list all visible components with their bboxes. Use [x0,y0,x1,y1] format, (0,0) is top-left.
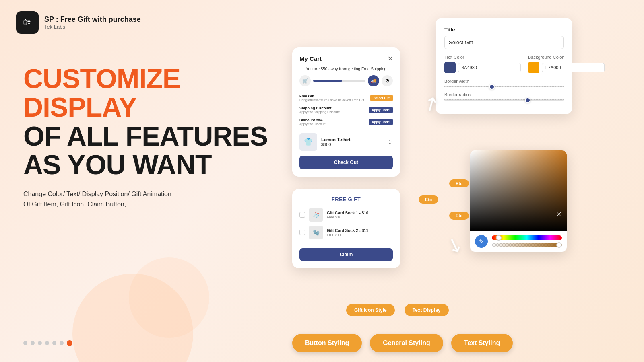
bg-decoration-2 [129,257,209,338]
bg-color-value-input[interactable] [542,63,605,72]
hue-slider[interactable] [492,235,562,240]
headline-line2: OF ALL FEATURES [23,122,281,150]
gift-item-row-1: 🧦 Gift Card Sock 1 - $10 Free $10 [299,208,393,222]
apply-code-button-2[interactable]: Apply Code [369,119,393,125]
app-name: SP : Free Gift with purchase [44,15,141,24]
color-gradient-box[interactable]: ✳ [470,150,567,231]
dot-5[interactable] [52,341,56,345]
cart-item-row: 👕 Lemon T-shirt $600 1↑ [299,133,393,151]
gift-item-price-2: Free $11 [327,233,368,237]
eyedropper-icon: ✎ [479,238,484,245]
dot-4[interactable] [45,341,49,345]
progress-icon-gift: ⚙ [382,75,393,86]
logo-icon: 🛍 [16,11,39,34]
free-gift-title: FREE GIFT [299,196,393,202]
opacity-slider[interactable] [492,243,562,247]
cart-progress-bar: 🛒 🚚 ⚙ [299,75,393,86]
gift-item-image-2: 🧤 [309,226,323,239]
text-color-swatch[interactable] [444,62,456,73]
gift-item-row-2: 🧤 Gift Card Sock 2 - $11 Free $11 [299,226,393,239]
reward-row-3: Discount 20% Apply the Discount Apply Co… [299,116,393,128]
reward-2-sub: Apply the Shipping Discount [299,110,340,114]
dot-2[interactable] [31,341,35,345]
border-radius-thumb[interactable] [525,97,530,103]
text-display-tag[interactable]: Text Display [405,304,449,316]
cart-item-qty: 1↑ [388,140,393,144]
dot-3[interactable] [38,341,42,345]
etc-tag-3: Etc [449,212,469,220]
my-cart-card: My Cart ✕ You are $50 away from getting … [292,47,400,177]
bg-color-swatch[interactable] [528,62,539,73]
title-config-panel: Title Text Color Background Color Border… [436,18,572,114]
text-color-value-input[interactable] [458,63,521,72]
cart-title: My Cart [299,55,322,62]
general-styling-button[interactable]: General Styling [370,334,443,352]
gift-item-details-1: Gift Card Sock 1 - $10 Free $10 [327,211,368,219]
app-company: Tek Labs [44,24,141,30]
reward-1-sub: Congratulations! You have unlocked Free … [299,98,364,102]
color-preview-icon[interactable]: ✎ [475,235,488,248]
reward-1-label: Free Gift [299,94,364,98]
gift-item-name-1: Gift Card Sock 1 - $10 [327,211,368,215]
headline-line1: CUSTOMIZE DISPLAY [23,64,281,122]
border-radius-track[interactable] [444,99,564,101]
claim-button[interactable]: Claim [299,248,393,261]
etc-tag-1: Etc [449,179,469,187]
cart-close-button[interactable]: ✕ [388,55,393,62]
color-row: Text Color Background Color [444,55,564,73]
text-styling-button[interactable]: Text Styling [451,334,513,352]
reward-3-label: Discount 20% [299,118,326,122]
hue-thumb[interactable] [496,235,502,241]
reward-3-sub: Apply the Discount [299,122,326,126]
border-radius-section: Border radius [444,92,564,101]
opacity-thumb[interactable] [556,242,562,248]
etc-tag-2: Etc [419,195,438,204]
reward-row-2: Shipping Discount Apply the Shipping Dis… [299,104,393,116]
reward-row-1: Free Gift Congratulations! You have unlo… [299,92,393,104]
apply-code-button-1[interactable]: Apply Code [369,107,393,113]
checkout-button[interactable]: Check Out [299,156,393,169]
gift-item-price-1: Free $10 [327,215,368,219]
gift-icon-style-tag[interactable]: Gift Icon Style [346,304,395,316]
bg-color-label: Background Color [528,55,605,60]
title-section-label: Title [444,27,564,33]
arrow-decoration-2: ↘ [444,231,466,258]
reward-2-label: Shipping Discount [299,106,340,110]
progress-fill [313,80,342,82]
bg-color-group: Background Color [528,55,605,73]
gift-checkbox-1[interactable] [299,212,305,218]
text-color-input-row [444,62,521,73]
cart-item-details: Lemon T-shirt $600 [321,137,351,147]
color-sliders [492,235,562,247]
progress-icon-cart: 🛒 [299,75,311,86]
gift-item-details-2: Gift Card Sock 2 - $11 Free $11 [327,228,368,237]
gift-item-image-1: 🧦 [309,208,323,222]
bottom-feature-buttons: Button Styling General Styling Text Styl… [292,334,513,352]
headline-line3: AS YOU WANT [23,150,281,179]
dot-1[interactable] [23,341,27,345]
cart-item-name: Lemon T-shirt [321,137,351,142]
progress-icon-truck: 🚚 [368,75,379,86]
text-color-group: Text Color [444,55,521,73]
logo-text: SP : Free Gift with purchase Tek Labs [44,15,141,30]
border-width-track[interactable] [444,86,564,87]
title-text-input[interactable] [444,36,564,49]
cart-progress-text: You are $50 away from getting Free Shipp… [299,66,393,72]
cart-item-image: 👕 [299,133,317,151]
select-gift-button[interactable]: Select Gift [370,95,393,101]
dot-7-active[interactable] [67,340,72,346]
gift-item-name-2: Gift Card Sock 2 - $11 [327,228,368,233]
gift-checkbox-2[interactable] [299,230,305,235]
border-radius-label: Border radius [444,92,564,97]
dot-6[interactable] [60,341,64,345]
hero-content: CUSTOMIZE DISPLAY OF ALL FEATURES AS YOU… [23,64,281,210]
color-picker-panel: ✳ ✎ [470,150,567,252]
hero-subtext: Change Color/ Text/ Display Position/ Gi… [23,189,281,210]
border-width-thumb[interactable] [489,84,495,90]
text-color-label: Text Color [444,55,521,60]
free-gift-card: FREE GIFT 🧦 Gift Card Sock 1 - $10 Free … [292,189,400,268]
bg-color-input-row [528,62,605,73]
color-picker-controls: ✎ [470,231,567,252]
button-styling-button[interactable]: Button Styling [292,334,362,352]
border-width-section: Border width [444,79,564,87]
